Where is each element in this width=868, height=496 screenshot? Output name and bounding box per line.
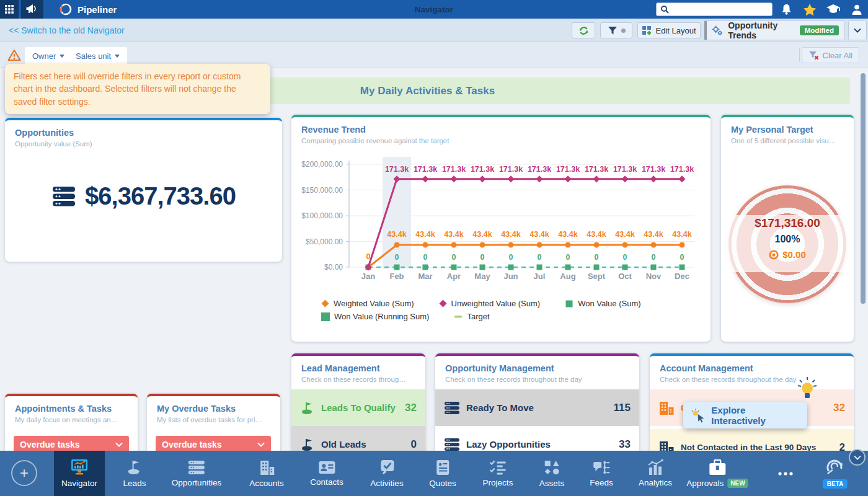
legend-marker [565, 299, 574, 308]
legend-label: Weighted Value (Sum) [334, 299, 414, 308]
sales-unit-filter-dropdown[interactable]: Sales unit [68, 47, 127, 64]
svg-text:0: 0 [595, 253, 599, 262]
approvals-icon [708, 459, 727, 476]
target-secondary-value: $0.00 [782, 249, 806, 260]
target-percent: 100% [721, 234, 854, 245]
page-scrollbar[interactable] [861, 73, 866, 304]
switch-old-navigator-link[interactable]: << Switch to the old Navigator [9, 25, 125, 35]
ready-to-move-row[interactable]: Ready To Move 115 [435, 389, 639, 426]
svg-text:0: 0 [623, 253, 627, 262]
global-search[interactable] [656, 2, 773, 16]
nav-item-navigator[interactable]: Navigator [54, 451, 105, 496]
dashboard-selector[interactable]: Opportunity Trends Modified [704, 20, 844, 40]
svg-text:43.4k: 43.4k [672, 230, 691, 239]
svg-text:171.3k: 171.3k [670, 165, 694, 174]
dropdown-value: Overdue tasks [20, 440, 80, 450]
revenue-trend-card[interactable]: Revenue Trend Comparing possible revenue… [291, 115, 711, 342]
sales-unit-filter-label: Sales unit [76, 51, 111, 61]
svg-text:43.4k: 43.4k [587, 230, 606, 239]
search-input[interactable] [672, 5, 765, 14]
training-button[interactable] [822, 0, 844, 19]
nav-label: Activities [370, 479, 403, 488]
legend-item[interactable]: Weighted Value (Sum) [321, 299, 414, 308]
dashboard-menu-button[interactable] [848, 20, 867, 40]
clear-all-filters-button[interactable]: Clear All [802, 47, 859, 63]
svg-text:Feb: Feb [389, 272, 404, 281]
projects-icon [489, 460, 507, 475]
nav-item-contacts[interactable]: Contacts [310, 451, 343, 496]
nav-label: Analytics [639, 478, 672, 487]
nav-item-accounts[interactable]: Accounts [249, 451, 284, 496]
dropdown-value: Overdue tasks [162, 440, 222, 450]
filter-funnel-icon [608, 26, 618, 35]
analytics-icon [647, 459, 664, 475]
card-title: Appointments & Tasks [15, 404, 128, 414]
legend-item[interactable]: Unweighted Value (Sum) [439, 299, 541, 308]
explore-bulb-cursor-icon [691, 408, 706, 423]
nav-item-analytics[interactable]: Analytics [639, 451, 672, 496]
card-title: Account Management [660, 363, 844, 373]
star-icon [803, 3, 817, 16]
card-title: Opportunities [15, 128, 272, 138]
nav-item-quotes[interactable]: Quotes [429, 451, 456, 496]
nav-item-opportunities[interactable]: Opportunities [172, 451, 221, 496]
legend-label: Won Value (Running Sum) [334, 312, 429, 321]
legend-marker [321, 312, 330, 321]
opportunities-card[interactable]: Opportunities Opportunity value (Sum) $6… [5, 118, 282, 262]
svg-text:Mar: Mar [418, 272, 432, 281]
nav-item-more[interactable] [777, 451, 794, 496]
filter-override-tooltip: Filters set here will override filters i… [5, 64, 270, 114]
svg-text:171.3k: 171.3k [471, 165, 494, 174]
notifications-button[interactable] [775, 0, 797, 19]
nav-item-voyager[interactable]: BETA [823, 451, 848, 496]
legend-marker [321, 299, 329, 308]
nav-label: Assets [539, 479, 565, 488]
explore-interactively-tooltip[interactable]: Explore Interactively [683, 402, 807, 428]
nav-item-approvals[interactable]: ApprovalsNEW [686, 451, 748, 496]
nav-item-projects[interactable]: Projects [483, 451, 513, 496]
svg-text:171.3k: 171.3k [613, 165, 637, 174]
collapse-nav-button[interactable] [849, 449, 866, 466]
beta-badge: BETA [823, 479, 848, 489]
refresh-icon [578, 25, 589, 36]
svg-text:171.3k: 171.3k [556, 165, 580, 174]
legend-item[interactable]: Target [454, 312, 489, 321]
navigator-icon [70, 459, 89, 476]
nav-item-feeds[interactable]: Feeds [590, 451, 613, 496]
caret-down-icon [115, 55, 120, 58]
svg-text:$50,000.00: $50,000.00 [306, 237, 343, 246]
svg-text:43.4k: 43.4k [501, 230, 520, 239]
svg-text:Jun: Jun [503, 272, 518, 281]
nav-label: Feeds [590, 478, 613, 487]
edit-layout-button[interactable]: Edit Layout [637, 22, 701, 38]
legend-label: Target [467, 312, 489, 321]
revenue-trend-chart[interactable]: $200,000.00$150,000.00$100,000.00$50,000… [296, 152, 706, 286]
legend-marker [454, 312, 463, 321]
nav-item-activities[interactable]: Activities [370, 451, 403, 496]
legend-item[interactable]: Won Value (Sum) [565, 299, 640, 308]
chevron-down-icon [257, 442, 265, 447]
nav-label: Approvals [686, 479, 724, 488]
row-count: 33 [619, 438, 631, 451]
card-subtitle: Check on these records throug… [301, 376, 415, 383]
profile-button[interactable] [846, 0, 868, 19]
refresh-button[interactable] [572, 22, 595, 38]
svg-text:171.3k: 171.3k [385, 165, 409, 174]
owner-filter-dropdown[interactable]: Owner [25, 47, 72, 64]
gears-icon [712, 24, 723, 37]
personal-target-card[interactable]: My Personal Target One of 5 different po… [721, 115, 854, 342]
explore-tooltip-label: Explore Interactively [711, 405, 800, 426]
card-subtitle: One of 5 different possible visu… [731, 137, 844, 144]
legend-item[interactable]: Won Value (Running Sum) [321, 312, 429, 321]
overdue-tasks-dropdown[interactable]: Overdue tasks [14, 436, 129, 453]
nav-item-assets[interactable]: Assets [539, 451, 565, 496]
filter-button[interactable] [600, 22, 632, 38]
card-title: My Overdue Tasks [157, 404, 270, 414]
svg-text:0: 0 [680, 253, 684, 262]
nav-item-leads[interactable]: Leads [123, 451, 146, 496]
favorites-button[interactable] [799, 0, 821, 19]
overdue-tasks-dropdown[interactable]: Overdue tasks [156, 436, 271, 453]
add-new-button[interactable]: + [11, 460, 37, 486]
svg-text:171.3k: 171.3k [499, 165, 523, 174]
leads-to-qualify-row[interactable]: Leads To Qualify 32 [291, 389, 425, 426]
